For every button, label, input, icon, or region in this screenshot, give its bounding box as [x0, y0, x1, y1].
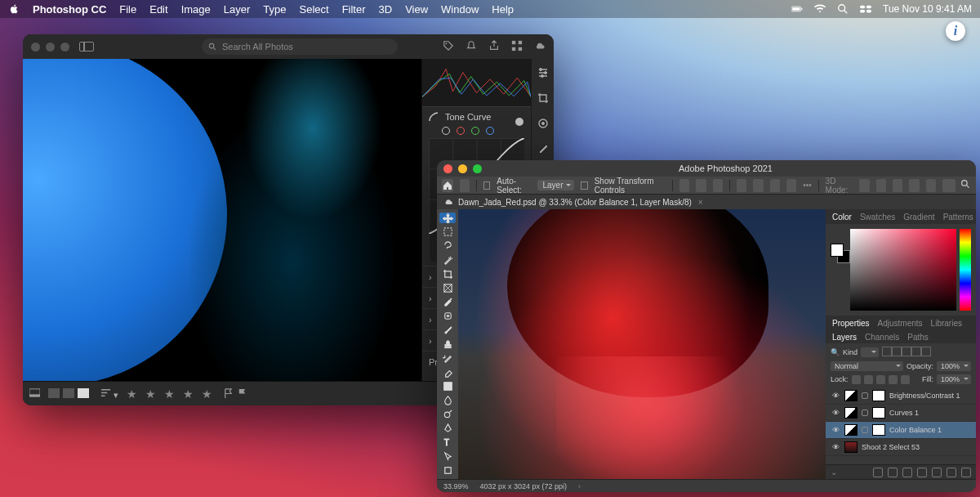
sliders-icon[interactable] [537, 67, 549, 81]
align-bottom-icon[interactable] [770, 179, 780, 192]
layer-name[interactable]: Curves 1 [889, 409, 919, 417]
grid-icon[interactable] [511, 40, 523, 54]
search-icon[interactable] [837, 3, 849, 15]
lock-all-icon[interactable] [901, 375, 910, 384]
menu-type[interactable]: Type [263, 3, 286, 16]
path-select-tool[interactable] [439, 451, 456, 462]
menu-3d[interactable]: 3D [379, 3, 393, 16]
mask-icon[interactable] [902, 468, 912, 477]
crop-icon[interactable] [537, 92, 549, 106]
menu-help[interactable]: Help [492, 3, 514, 16]
auto-select-dropdown[interactable]: Layer [537, 180, 574, 190]
menu-layer[interactable]: Layer [224, 3, 251, 16]
battery-icon[interactable] [791, 3, 803, 15]
brush-icon[interactable] [537, 143, 549, 157]
visibility-toggle[interactable]: 👁 [831, 392, 840, 400]
3d-orbit-icon[interactable] [859, 179, 869, 192]
lr-canvas[interactable] [23, 59, 421, 381]
lasso-tool[interactable] [439, 240, 456, 251]
marquee-tool[interactable] [439, 226, 456, 237]
move-tool[interactable] [439, 213, 456, 223]
gradient-tool[interactable] [439, 381, 456, 392]
frame-tool[interactable] [439, 283, 456, 293]
layer-row[interactable]: 👁 Shoot 2 Select 53 [826, 439, 976, 456]
layer-row[interactable]: 👁 Brightness/Contrast 1 [826, 387, 976, 405]
crop-tool[interactable] [439, 269, 456, 280]
align-center-icon[interactable] [696, 179, 706, 192]
fill-input[interactable]: 100% [937, 374, 971, 384]
tone-dot-green[interactable] [471, 127, 479, 135]
menu-view[interactable]: View [405, 3, 428, 16]
cloud-icon[interactable] [534, 40, 546, 54]
blur-tool[interactable] [439, 395, 456, 405]
heal-icon[interactable] [537, 118, 549, 132]
menu-image[interactable]: Image [181, 3, 211, 16]
history-brush-tool[interactable] [439, 353, 456, 364]
tab-gradient[interactable]: Gradient [903, 213, 934, 222]
show-transform-checkbox[interactable] [581, 181, 587, 190]
heal-tool[interactable] [439, 311, 456, 321]
kind-filter-icons[interactable] [882, 347, 931, 358]
menu-filter[interactable]: Filter [342, 3, 366, 16]
shape-tool[interactable] [439, 465, 456, 476]
tone-dot-red[interactable] [457, 127, 465, 135]
blend-mode-dropdown[interactable]: Normal [831, 361, 903, 371]
close-tab-icon[interactable]: × [698, 198, 703, 207]
distribute-icon[interactable] [786, 179, 796, 192]
3d-slide-icon[interactable] [909, 179, 919, 192]
tab-libraries[interactable]: Libraries [931, 319, 962, 328]
auto-select-checkbox[interactable] [483, 181, 490, 190]
workspace-icon[interactable] [942, 179, 956, 192]
zoom-readout[interactable]: 33.99% [443, 482, 469, 490]
3d-roll-icon[interactable] [876, 179, 886, 192]
new-adjustment-icon[interactable] [917, 468, 927, 477]
align-left-icon[interactable] [679, 179, 689, 192]
flag-controls[interactable] [223, 388, 247, 399]
ps-document-tab[interactable]: Dawn_Jada_Red.psd @ 33.3% (Color Balance… [437, 195, 976, 209]
tone-dot-luma[interactable] [442, 127, 450, 135]
align-vcenter-icon[interactable] [753, 179, 763, 192]
hue-slider[interactable] [960, 229, 971, 311]
pen-tool[interactable] [439, 423, 456, 433]
visibility-toggle[interactable]: 👁 [831, 409, 840, 417]
tab-patterns[interactable]: Patterns [943, 213, 973, 222]
tag-icon[interactable] [443, 40, 454, 54]
histogram[interactable] [422, 59, 531, 106]
trash-icon[interactable] [961, 468, 971, 477]
align-right-icon[interactable] [713, 179, 723, 192]
tab-swatches[interactable]: Swatches [860, 213, 895, 222]
tab-adjustments[interactable]: Adjustments [878, 319, 923, 328]
menu-edit[interactable]: Edit [149, 3, 167, 16]
tab-color[interactable]: Color [832, 213, 852, 222]
tab-paths[interactable]: Paths [907, 333, 929, 342]
visibility-toggle[interactable]: 👁 [831, 443, 840, 451]
info-badge-icon[interactable]: i [946, 21, 965, 41]
kind-dropdown[interactable] [861, 347, 879, 357]
menu-select[interactable]: Select [299, 3, 328, 16]
filmstrip-toggle-icon[interactable] [29, 387, 40, 400]
opacity-input[interactable]: 100% [937, 361, 971, 371]
control-center-icon[interactable] [860, 3, 871, 15]
lr-traffic-lights[interactable] [31, 43, 69, 51]
lock-pos-icon[interactable] [876, 375, 885, 384]
home-button[interactable] [442, 179, 453, 192]
tab-properties[interactable]: Properties [832, 319, 870, 328]
layer-row[interactable]: 👁 Curves 1 [826, 405, 976, 422]
3d-zoom-icon[interactable] [926, 179, 936, 192]
new-layer-icon[interactable] [947, 468, 956, 477]
view-mode-switch[interactable] [48, 388, 92, 400]
layer-row[interactable]: 👁 Color Balance 1 [826, 422, 976, 439]
3d-pan-icon[interactable] [893, 179, 902, 192]
lock-artboard-icon[interactable] [889, 375, 898, 384]
sort-icon[interactable]: ▾ [100, 387, 118, 401]
eraser-tool[interactable] [439, 367, 456, 378]
wifi-icon[interactable] [814, 3, 826, 15]
ps-viewport[interactable] [458, 209, 826, 479]
apple-icon[interactable] [8, 3, 20, 15]
share-icon[interactable] [488, 40, 500, 54]
new-group-icon[interactable] [932, 468, 942, 477]
ps-search-icon[interactable] [960, 179, 971, 192]
link-layers-icon[interactable] [873, 468, 883, 477]
layer-name[interactable]: Shoot 2 Select 53 [862, 443, 920, 451]
menu-file[interactable]: File [119, 3, 136, 16]
